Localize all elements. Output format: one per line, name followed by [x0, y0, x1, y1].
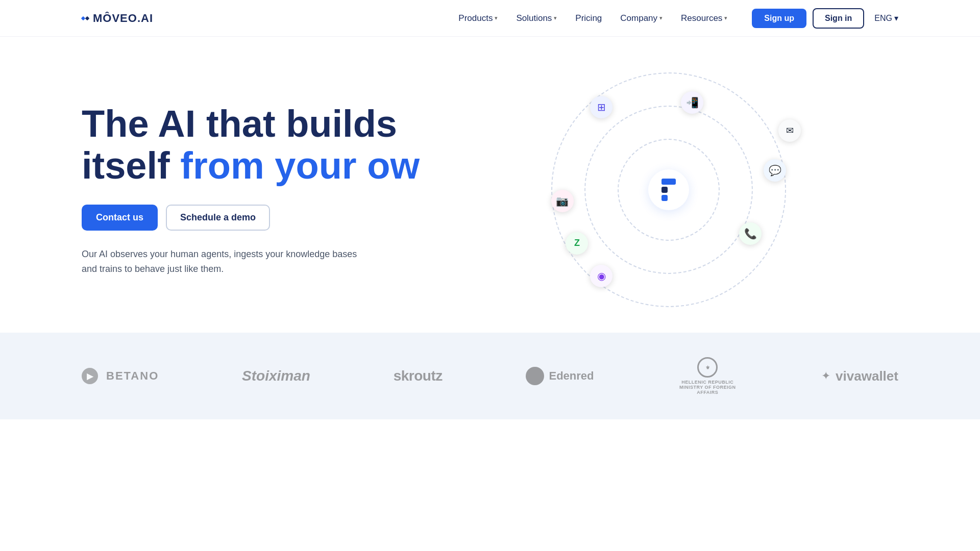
nav-link-resources[interactable]: Resources ▾ — [681, 13, 727, 23]
nav-actions: Sign up Sign in ENG ▾ — [752, 8, 898, 29]
center-dots — [662, 179, 676, 201]
logo[interactable]: MÔVEO.AI — [82, 12, 153, 25]
hero-buttons: Contact us Schedule a demo — [82, 205, 439, 231]
nav-item-company[interactable]: Company ▾ — [620, 13, 663, 23]
hero-title-line1: The AI that builds — [82, 103, 397, 145]
viber-icon: 📲 — [681, 91, 703, 114]
logo-text: MÔVEO.AI — [93, 12, 153, 25]
logo-skroutz: skroutz — [394, 368, 443, 384]
edenred-circle — [526, 367, 544, 385]
vivawallet-icon: ✦ — [821, 369, 830, 383]
hero-visual: ⊞ 📲 📷 💬 Z 📞 ✉ ◉ — [439, 67, 898, 312]
orbit-center-logo — [648, 169, 689, 210]
chevron-down-icon: ▾ — [724, 15, 727, 21]
contact-button[interactable]: Contact us — [82, 205, 158, 231]
hero-content: The AI that builds itself from your ow C… — [82, 103, 439, 276]
navbar: MÔVEO.AI Products ▾ Solutions ▾ Pricing … — [0, 0, 980, 37]
language-selector[interactable]: ENG ▾ — [874, 13, 898, 23]
nav-item-products[interactable]: Products ▾ — [458, 13, 498, 23]
bottom-area — [0, 419, 980, 521]
betano-text: BETANO — [106, 369, 159, 383]
nav-link-solutions[interactable]: Solutions ▾ — [516, 13, 557, 23]
nav-item-solutions[interactable]: Solutions ▾ — [516, 13, 557, 23]
hellenic-republic-text: HELLENIC REPUBLICMINISTRY OF FOREIGN AFF… — [677, 380, 738, 395]
vivawallet-text: vivawallet — [836, 368, 898, 384]
nav-links: Products ▾ Solutions ▾ Pricing Company ▾… — [458, 13, 727, 23]
logo-edenred: Edenred — [526, 367, 594, 385]
lang-label: ENG — [874, 14, 892, 23]
signin-button[interactable]: Sign in — [813, 8, 864, 29]
hero-section: The AI that builds itself from your ow C… — [0, 37, 980, 333]
intercom-icon: ✉ — [778, 119, 801, 142]
center-dot-wide — [662, 179, 676, 185]
hero-title: The AI that builds itself from your ow — [82, 103, 439, 186]
instagram-icon: 📷 — [551, 190, 574, 212]
logo-hellenic: ⚜ HELLENIC REPUBLICMINISTRY OF FOREIGN A… — [677, 357, 738, 395]
logo-betano: ▶ BETANO — [82, 368, 159, 384]
logo-icon — [82, 17, 89, 20]
nav-link-products[interactable]: Products ▾ — [458, 13, 498, 23]
logo-dot-2 — [85, 16, 89, 20]
chevron-down-icon: ▾ — [554, 15, 557, 21]
betano-icon: ▶ — [82, 368, 98, 384]
logos-strip: ▶ BETANO Stoiximan skroutz Edenred ⚜ HEL… — [0, 333, 980, 419]
edenred-text: Edenred — [549, 369, 594, 383]
logo-vivawallet: ✦ vivawallet — [821, 368, 898, 384]
zendesk-icon: Z — [566, 232, 588, 255]
nav-link-pricing[interactable]: Pricing — [575, 13, 602, 23]
center-dot-1 — [662, 187, 668, 193]
demo-button[interactable]: Schedule a demo — [166, 205, 270, 231]
hero-title-line2-plain: itself — [82, 144, 180, 187]
orbit-visual: ⊞ 📲 📷 💬 Z 📞 ✉ ◉ — [546, 72, 791, 307]
hero-description: Our AI observes your human agents, inges… — [82, 247, 368, 277]
center-dot-2 — [662, 195, 668, 201]
nav-item-pricing[interactable]: Pricing — [575, 13, 602, 23]
chevron-down-icon: ▾ — [894, 13, 898, 23]
skroutz-text: skroutz — [394, 368, 443, 384]
nav-item-resources[interactable]: Resources ▾ — [681, 13, 727, 23]
logo-stoiximan: Stoiximan — [242, 368, 310, 384]
chevron-down-icon: ▾ — [659, 15, 663, 21]
stoiximan-text: Stoiximan — [242, 368, 310, 384]
hellenic-icon: ⚜ — [697, 357, 718, 378]
nav-link-company[interactable]: Company ▾ — [620, 13, 663, 23]
signup-button[interactable]: Sign up — [752, 9, 806, 28]
chevron-down-icon: ▾ — [495, 15, 498, 21]
hero-title-highlight: from your ow — [180, 144, 420, 187]
